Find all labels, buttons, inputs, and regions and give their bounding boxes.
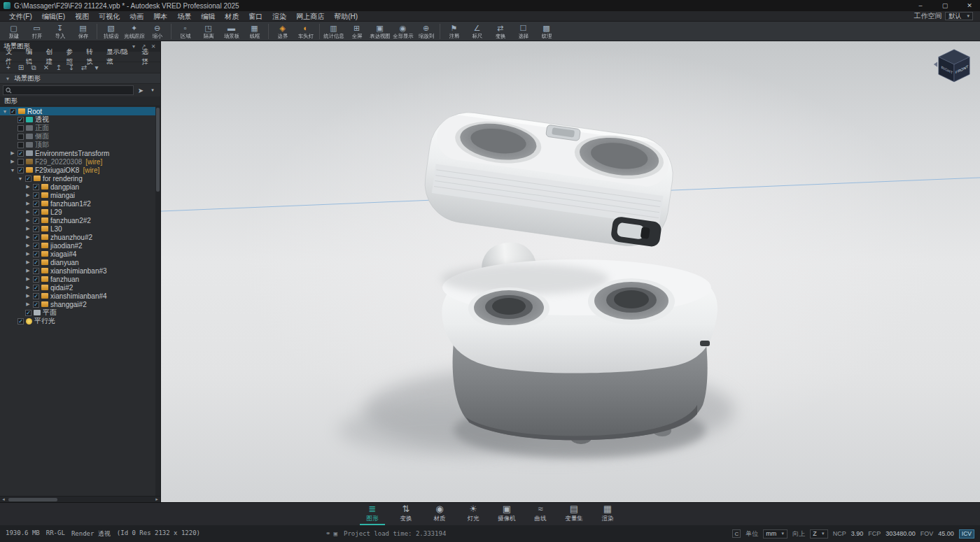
- visibility-checkbox[interactable]: ✓: [33, 217, 39, 224]
- toolbar-texture-button[interactable]: ▩纹理: [535, 22, 558, 41]
- fov-value[interactable]: 45.00: [938, 530, 954, 537]
- expander-icon[interactable]: ▼: [2, 109, 8, 114]
- toolbar-isolate-button[interactable]: ◳隔离: [197, 22, 220, 41]
- move-up-icon[interactable]: ↥: [53, 63, 64, 73]
- minimize-button[interactable]: –: [910, 0, 931, 11]
- close-button[interactable]: ✕: [959, 0, 980, 11]
- toolbar-show-all-button[interactable]: ◉全部显示: [391, 22, 414, 41]
- menu-item[interactable]: 帮助(H): [329, 11, 363, 22]
- tree-node[interactable]: ▶✓L29: [0, 208, 160, 216]
- visibility-checkbox[interactable]: ✓: [18, 318, 24, 325]
- visibility-checkbox[interactable]: ✓: [33, 192, 39, 199]
- menu-item[interactable]: 网上商店: [291, 11, 329, 22]
- icv-badge[interactable]: ICV: [959, 529, 974, 539]
- toolbar-downscale-button[interactable]: ⊖缩小: [146, 22, 169, 41]
- visibility-checkbox[interactable]: ✓: [33, 234, 39, 241]
- visibility-checkbox[interactable]: ✓: [33, 201, 39, 207]
- tree-node[interactable]: ▶✓dangpian: [0, 183, 160, 191]
- module-curve[interactable]: ≈曲线: [528, 503, 553, 525]
- menu-item[interactable]: 脚本: [148, 11, 172, 22]
- tree-node[interactable]: 顶部: [0, 141, 160, 149]
- tree-node[interactable]: ▶✓miangai: [0, 191, 160, 199]
- toolbar-new-button[interactable]: ▢新建: [2, 22, 25, 41]
- toolbar-zoom-to-button[interactable]: ⊕缩放到: [414, 22, 438, 41]
- toolbar-region-button[interactable]: ▫区域: [174, 22, 197, 41]
- expander-icon[interactable]: ▶: [25, 201, 31, 206]
- module-render[interactable]: ▦渲染: [595, 503, 620, 525]
- expander-icon[interactable]: ▶: [25, 251, 31, 257]
- tree-node[interactable]: ▼✓for rendering: [0, 174, 160, 183]
- visibility-checkbox[interactable]: [18, 134, 24, 140]
- workspace-select[interactable]: 默认 ▾: [945, 12, 973, 20]
- tree-vertical-scrollbar[interactable]: [155, 106, 160, 496]
- convert-icon[interactable]: ⇄: [78, 63, 90, 73]
- visibility-checkbox[interactable]: ✓: [18, 167, 24, 173]
- maximize-button[interactable]: ▢: [934, 0, 955, 11]
- expander-icon[interactable]: ▶: [25, 192, 31, 198]
- expander-icon[interactable]: ▶: [25, 259, 31, 265]
- tree-node[interactable]: ▶✓jiaodian#2: [0, 241, 160, 250]
- link-icon[interactable]: ⚭: [326, 530, 331, 537]
- expander-icon[interactable]: ▶: [25, 285, 31, 290]
- visibility-checkbox[interactable]: ✓: [33, 276, 39, 283]
- menu-item[interactable]: 渲染: [267, 11, 291, 22]
- toolbar-render-view-button[interactable]: ▣表达视图: [368, 22, 391, 41]
- module-material[interactable]: ◉材质: [427, 503, 452, 525]
- search-input[interactable]: [14, 87, 131, 94]
- tree-node[interactable]: ▶✓fanzhuan1#2: [0, 199, 160, 208]
- module-camera[interactable]: ▣摄像机: [494, 503, 519, 525]
- expander-icon[interactable]: ▶: [25, 301, 31, 307]
- toolbar-save-button[interactable]: ▤保存: [71, 22, 94, 41]
- toolbar-annotation-button[interactable]: ⚑注释: [442, 22, 465, 41]
- delete-icon[interactable]: ✕: [41, 63, 52, 73]
- collision-indicator[interactable]: C: [732, 529, 741, 538]
- display-icon[interactable]: ▣: [334, 530, 337, 537]
- toolbar-antialias-button[interactable]: ▧抗锯齿: [99, 22, 122, 41]
- tree-node[interactable]: 侧面: [0, 132, 160, 141]
- fcp-value[interactable]: 303480.00: [886, 530, 916, 537]
- scrollbar-track[interactable]: [7, 497, 153, 502]
- view-cube[interactable]: RIGHT FRONT: [932, 43, 976, 87]
- expander-icon[interactable]: ▶: [25, 243, 31, 248]
- unit-select[interactable]: mm ▼: [763, 529, 788, 539]
- visibility-checkbox[interactable]: ✓: [33, 285, 39, 291]
- scrollbar-thumb[interactable]: [8, 498, 57, 501]
- menu-item[interactable]: 编辑: [196, 11, 220, 22]
- toolbar-raytracing-button[interactable]: ✦光线跟踪: [122, 22, 146, 41]
- toolbar-boundary-button[interactable]: ◈边界: [271, 22, 294, 41]
- menu-item[interactable]: 视图: [70, 11, 94, 22]
- toolbar-headlight-button[interactable]: ◐车头灯: [294, 22, 317, 41]
- visibility-checkbox[interactable]: ✓: [18, 150, 24, 157]
- scroll-right-icon[interactable]: ▸: [153, 497, 160, 502]
- tree-node[interactable]: ▶✓xiagai#4: [0, 250, 160, 258]
- toolbar-open-button[interactable]: ▭打开: [25, 22, 48, 41]
- expander-icon[interactable]: ▶: [25, 209, 31, 215]
- expander-icon[interactable]: ▼: [18, 176, 23, 181]
- tree-node[interactable]: ▼✓F29xiugaiOK8[wire]: [0, 166, 160, 174]
- expander-icon[interactable]: ▶: [10, 159, 15, 164]
- expander-icon[interactable]: ▼: [10, 168, 15, 173]
- tree-node[interactable]: ▶✓EnvironmentsTransform: [0, 149, 160, 157]
- expander-icon[interactable]: ▶: [25, 276, 31, 282]
- module-light[interactable]: ☀灯光: [461, 503, 486, 525]
- add-node-icon[interactable]: +: [3, 63, 14, 73]
- menu-item[interactable]: 窗口: [244, 11, 267, 22]
- toolbar-ruler-button[interactable]: ∠标尺: [465, 22, 489, 41]
- visibility-checkbox[interactable]: ✓: [33, 259, 39, 266]
- tree-node[interactable]: ▼✓Root: [0, 107, 160, 115]
- module-variant-set[interactable]: ▤变量集: [561, 503, 587, 525]
- tree-node[interactable]: ✓平行光: [0, 317, 160, 325]
- visibility-checkbox[interactable]: ✓: [33, 209, 39, 215]
- duplicate-icon[interactable]: ⧉: [28, 63, 39, 73]
- tree-node[interactable]: ▶✓qidai#2: [0, 283, 160, 292]
- visibility-checkbox[interactable]: ✓: [33, 251, 39, 257]
- tree-node[interactable]: ▶✓zhuanzhou#2: [0, 233, 160, 241]
- tree-node[interactable]: ▶✓fanzhuan2#2: [0, 216, 160, 224]
- expander-icon[interactable]: ▶: [25, 293, 31, 299]
- tree-node[interactable]: ▶✓fanzhuan: [0, 275, 160, 283]
- visibility-checkbox[interactable]: ✓: [18, 117, 24, 123]
- toolbar-select-button[interactable]: ☐选择: [512, 22, 535, 41]
- expander-icon[interactable]: ▶: [25, 226, 31, 231]
- toolbar-statistics-button[interactable]: ▥统计信息: [322, 22, 345, 41]
- menu-item[interactable]: 动画: [125, 11, 148, 22]
